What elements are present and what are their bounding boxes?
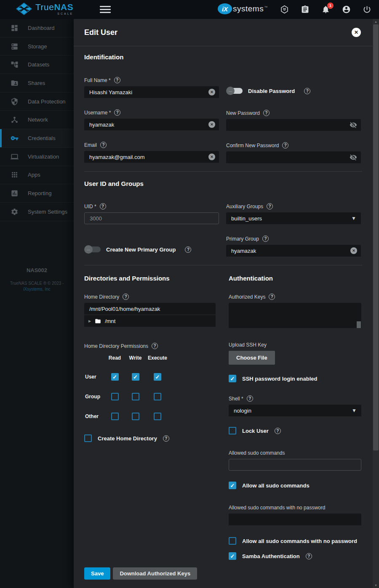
help-icon[interactable]: ?	[114, 109, 120, 116]
jobs-icon[interactable]	[300, 5, 310, 14]
user-execute-checkbox[interactable]: ✓	[154, 373, 161, 381]
sidebar-item-network[interactable]: Network	[0, 111, 74, 129]
email-input[interactable]	[84, 151, 219, 163]
shell-select[interactable]: nologin	[229, 405, 361, 416]
sidebar-item-data-protection[interactable]: Data Protection	[0, 93, 74, 111]
upload-ssh-key-label: Upload SSH Key	[229, 342, 275, 348]
create-primary-group-toggle[interactable]: —	[84, 245, 102, 254]
group-read-checkbox[interactable]: ✓	[111, 393, 119, 400]
allowed-sudo-nopass-input[interactable]	[229, 514, 361, 525]
download-authorized-keys-button[interactable]: Download Authorized Keys	[113, 567, 197, 580]
help-icon[interactable]: ?	[123, 294, 129, 300]
sidebar-item-reporting[interactable]: Reporting	[0, 184, 74, 203]
other-read-checkbox[interactable]: ✓	[111, 413, 119, 420]
help-icon[interactable]: ?	[306, 553, 312, 559]
help-icon[interactable]: ?	[262, 236, 269, 242]
user-read-checkbox[interactable]: ✓	[111, 373, 119, 381]
truecommand-icon[interactable]	[280, 5, 289, 14]
sidebar-item-virtualization[interactable]: Virtualization	[0, 148, 74, 166]
scrollbar-thumb[interactable]	[373, 24, 379, 450]
user-write-checkbox[interactable]: ✓	[132, 373, 139, 381]
shares-icon	[11, 79, 19, 87]
help-icon[interactable]: ?	[152, 343, 158, 349]
sidebar-item-shares[interactable]: Shares	[0, 74, 74, 93]
help-icon[interactable]: ?	[100, 142, 107, 148]
help-icon[interactable]: ?	[163, 435, 169, 442]
scrollbar[interactable]: ▲ ▼	[373, 19, 379, 588]
sidebar-item-credentials[interactable]: Credentials	[0, 129, 74, 148]
tree-node-mnt[interactable]: ▶ /mnt	[84, 315, 216, 327]
primary-group-input[interactable]	[226, 245, 361, 257]
allowed-sudo-nopass-label: Allowed sudo commands with no password	[229, 505, 361, 511]
tree-expand-icon[interactable]: ▶	[88, 319, 91, 323]
notification-badge: 1	[327, 3, 334, 9]
datasets-icon	[11, 61, 19, 69]
help-icon[interactable]: ?	[100, 203, 106, 209]
panel-header: Edit User ✕	[74, 19, 373, 46]
user-account-icon[interactable]	[342, 5, 351, 14]
lock-user-checkbox[interactable]: ✓	[229, 427, 236, 434]
clear-icon[interactable]: ✕	[208, 121, 215, 128]
help-icon[interactable]: ?	[263, 110, 270, 116]
resize-grip[interactable]	[357, 321, 361, 328]
choose-file-button[interactable]: Choose File	[229, 351, 275, 365]
home-dir-permissions-label: Home Directory Permissions?	[84, 343, 158, 349]
ixsystems-link[interactable]: iXsystems, Inc	[0, 287, 74, 291]
samba-auth-checkbox[interactable]: ✓	[229, 552, 236, 560]
full-name-label: Full Name *?	[84, 77, 219, 83]
clear-icon[interactable]: ✕	[208, 154, 215, 160]
shell-label: Shell *?	[229, 395, 361, 402]
create-home-directory-checkbox[interactable]: ✓	[84, 434, 92, 442]
home-directory-input[interactable]: /mnt/Pool01/home/hyamazak	[84, 303, 216, 315]
allow-all-sudo-checkbox[interactable]: ✓	[229, 482, 236, 489]
topbar: TrueNAS SCALE iX systems ™ 1	[0, 0, 379, 19]
ssh-password-login-checkbox[interactable]: ✓	[229, 375, 236, 382]
scroll-up-icon[interactable]: ▲	[373, 19, 379, 24]
hostname: NAS002	[0, 267, 74, 273]
disable-password-toggle[interactable]: —	[226, 86, 244, 95]
close-icon[interactable]: ✕	[352, 28, 361, 37]
sidebar-item-datasets[interactable]: Datasets	[0, 56, 74, 74]
power-icon[interactable]	[362, 5, 371, 14]
other-write-checkbox[interactable]: ✓	[132, 413, 139, 420]
help-icon[interactable]: ?	[185, 246, 191, 253]
sidebar-item-storage[interactable]: Storage	[0, 37, 74, 56]
scroll-down-icon[interactable]: ▼	[373, 583, 379, 588]
sidebar-item-system-settings[interactable]: System Settings	[0, 203, 74, 221]
clear-icon[interactable]: ✕	[208, 89, 215, 95]
page-title: Edit User	[84, 28, 117, 37]
notifications-icon[interactable]: 1	[321, 5, 330, 14]
truenas-logo[interactable]: TrueNAS SCALE	[16, 3, 73, 15]
confirm-password-input[interactable]	[226, 151, 361, 163]
auxiliary-groups-select[interactable]: builtin_users	[226, 212, 361, 224]
clear-icon[interactable]: ✕	[350, 247, 357, 254]
key-icon	[11, 134, 19, 142]
allow-all-sudo-nopass-checkbox[interactable]: ✓	[229, 537, 236, 545]
new-password-input[interactable]	[226, 119, 361, 131]
group-write-checkbox[interactable]: ✓	[132, 393, 139, 400]
username-input[interactable]	[84, 119, 219, 130]
other-execute-checkbox[interactable]: ✓	[154, 413, 161, 420]
help-icon[interactable]: ?	[114, 77, 120, 83]
help-icon[interactable]: ?	[247, 395, 253, 402]
help-icon[interactable]: ?	[269, 294, 275, 300]
help-icon[interactable]: ?	[282, 142, 288, 148]
help-icon[interactable]: ?	[267, 203, 273, 209]
eye-off-icon[interactable]	[350, 121, 357, 129]
full-name-input[interactable]	[84, 86, 219, 98]
help-icon[interactable]: ?	[304, 88, 310, 94]
uid-input[interactable]	[84, 212, 219, 224]
eye-off-icon[interactable]	[350, 154, 357, 161]
storage-icon	[11, 42, 19, 50]
save-button[interactable]: Save	[84, 567, 110, 580]
authorized-keys-textarea[interactable]	[229, 303, 361, 328]
help-icon[interactable]: ?	[275, 428, 281, 434]
ixsystems-logo: iX systems ™	[218, 3, 267, 14]
group-execute-checkbox[interactable]: ✓	[154, 393, 161, 400]
reporting-icon	[11, 189, 19, 197]
sidebar-item-apps[interactable]: Apps	[0, 166, 74, 185]
logo-subtitle: SCALE	[57, 12, 73, 15]
sidebar-item-dashboard[interactable]: Dashboard	[0, 19, 74, 37]
menu-icon[interactable]	[100, 6, 111, 13]
allowed-sudo-input[interactable]	[229, 459, 361, 471]
